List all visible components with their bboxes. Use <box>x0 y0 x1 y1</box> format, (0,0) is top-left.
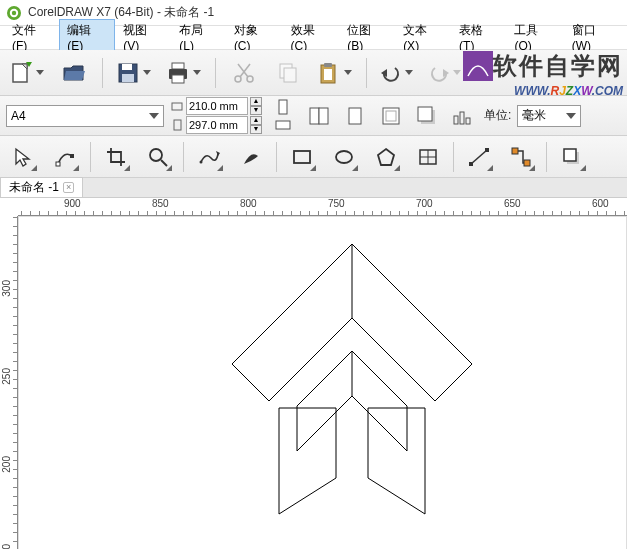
svg-rect-36 <box>319 108 328 124</box>
svg-rect-34 <box>276 121 290 129</box>
svg-marker-24 <box>344 70 352 75</box>
page-width-input[interactable] <box>186 97 248 115</box>
freehand-tool[interactable] <box>192 140 226 174</box>
units-combo[interactable]: 毫米 <box>517 105 581 127</box>
print-button[interactable] <box>165 60 203 86</box>
cut-button[interactable] <box>228 57 260 89</box>
svg-marker-30 <box>149 113 159 119</box>
page-height-input[interactable] <box>186 116 248 134</box>
property-bar: A4 ▲▼ ▲▼ 单位: 毫米 <box>0 96 627 136</box>
separator <box>90 142 91 172</box>
svg-rect-37 <box>349 108 361 124</box>
svg-marker-71 <box>368 408 425 514</box>
svg-rect-41 <box>418 107 432 121</box>
portrait-button[interactable] <box>268 98 298 116</box>
svg-rect-13 <box>172 75 184 83</box>
page-frame-button[interactable] <box>376 101 406 131</box>
landscape-button[interactable] <box>268 116 298 134</box>
canvas-area: 900 850 800 750 700 650 600 300 250 200 … <box>0 198 627 549</box>
document-tabs: 未命名 -1 × <box>0 178 627 198</box>
copy-button[interactable] <box>272 57 304 89</box>
watermark: 软件自学网 WWW.RJZXW.COM <box>463 50 623 98</box>
chevron-down-icon <box>342 70 354 76</box>
paste-button[interactable] <box>316 60 354 86</box>
separator <box>453 142 454 172</box>
ruler-vertical: 300 250 200 150 <box>0 216 18 549</box>
redo-button[interactable] <box>427 61 463 85</box>
artistic-media-tool[interactable] <box>234 140 268 174</box>
crop-tool[interactable] <box>99 140 133 174</box>
close-icon[interactable]: × <box>63 182 74 193</box>
tab-label: 未命名 -1 <box>9 179 59 196</box>
drawing-canvas[interactable] <box>18 216 627 549</box>
svg-marker-52 <box>216 151 220 156</box>
chevron-down-icon <box>451 70 463 76</box>
separator <box>183 142 184 172</box>
svg-rect-11 <box>172 63 184 69</box>
units-label: 单位: <box>484 107 511 124</box>
separator <box>546 142 547 172</box>
save-button[interactable] <box>115 60 153 86</box>
toolbox <box>0 136 627 178</box>
svg-line-50 <box>161 160 167 166</box>
svg-rect-62 <box>512 148 518 154</box>
page-single-alt-button[interactable] <box>340 101 370 131</box>
watermark-icon <box>463 51 493 81</box>
rectangle-tool[interactable] <box>285 140 319 174</box>
separator <box>102 58 103 88</box>
svg-rect-22 <box>324 63 332 67</box>
svg-marker-26 <box>405 70 413 75</box>
pick-tool[interactable] <box>6 140 40 174</box>
zoom-tool[interactable] <box>141 140 175 174</box>
svg-rect-48 <box>70 154 74 158</box>
svg-rect-65 <box>564 149 576 161</box>
chevron-down-icon <box>191 70 203 76</box>
width-icon <box>170 99 184 113</box>
svg-rect-43 <box>460 112 464 124</box>
connector-tool[interactable] <box>504 140 538 174</box>
svg-marker-46 <box>16 149 29 166</box>
table-tool[interactable] <box>411 140 445 174</box>
svg-marker-28 <box>453 70 461 75</box>
polygon-tool[interactable] <box>369 140 403 174</box>
watermark-text: 软件自学网 <box>493 50 623 82</box>
svg-rect-47 <box>56 162 60 166</box>
paper-size-combo[interactable]: A4 <box>6 105 164 127</box>
svg-marker-70 <box>279 408 336 514</box>
page-dimensions: ▲▼ ▲▼ <box>170 97 262 134</box>
separator <box>276 142 277 172</box>
svg-rect-35 <box>310 108 319 124</box>
dimension-tool[interactable] <box>462 140 496 174</box>
svg-rect-23 <box>324 69 332 80</box>
open-button[interactable] <box>58 57 90 89</box>
standard-toolbar: 软件自学网 WWW.RJZXW.COM <box>0 50 627 96</box>
svg-rect-33 <box>279 100 287 114</box>
chevron-down-icon <box>149 113 159 119</box>
orientation-group <box>268 98 298 134</box>
svg-marker-14 <box>193 70 201 75</box>
width-spinner[interactable]: ▲▼ <box>250 97 262 115</box>
svg-rect-31 <box>172 103 182 110</box>
svg-line-59 <box>471 150 487 164</box>
svg-rect-8 <box>122 64 132 70</box>
page-single-button[interactable] <box>304 101 334 131</box>
svg-rect-60 <box>469 162 473 166</box>
ellipse-tool[interactable] <box>327 140 361 174</box>
new-button[interactable] <box>8 60 46 86</box>
menubar: 文件(F) 编辑(E) 视图(V) 布局(L) 对象(C) 效果(C) 位图(B… <box>0 26 627 50</box>
separator <box>215 58 216 88</box>
svg-point-2 <box>12 10 16 14</box>
svg-point-54 <box>336 151 352 163</box>
undo-button[interactable] <box>379 61 415 85</box>
svg-line-18 <box>238 64 248 77</box>
separator <box>366 58 367 88</box>
shape-tool[interactable] <box>48 140 82 174</box>
svg-marker-55 <box>378 149 394 165</box>
svg-rect-42 <box>454 116 458 124</box>
svg-rect-44 <box>466 118 470 124</box>
align-bars-button[interactable] <box>448 101 478 131</box>
tab-doc1[interactable]: 未命名 -1 × <box>0 177 83 197</box>
effects-tool[interactable] <box>555 140 589 174</box>
page-shadow-button[interactable] <box>412 101 442 131</box>
height-spinner[interactable]: ▲▼ <box>250 116 262 134</box>
